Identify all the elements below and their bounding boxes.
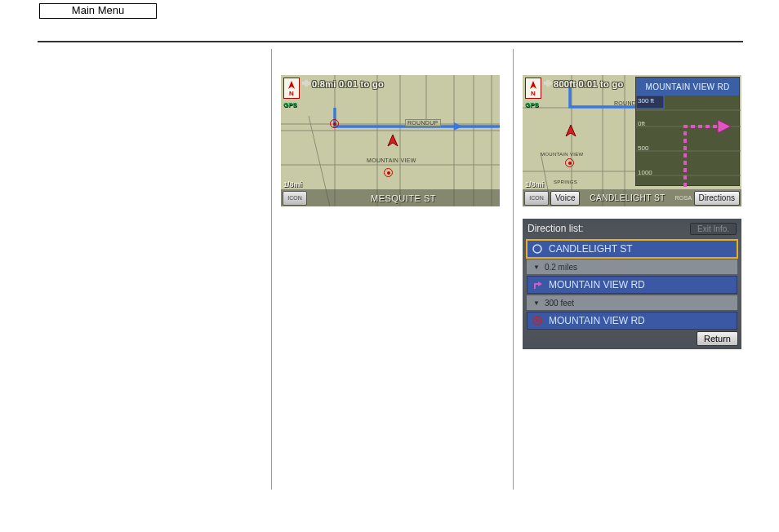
svg-marker-23 xyxy=(566,125,576,136)
direction-item-label: CANDLELIGHT ST xyxy=(549,243,632,255)
current-position-icon xyxy=(565,124,576,137)
svg-point-34 xyxy=(533,245,541,253)
svg-marker-13 xyxy=(288,81,295,89)
map-overview-panel[interactable]: ROUNDUP MOUNTAIN VIEW N GPS 0.8mi 0:01 t… xyxy=(281,75,500,206)
satellite-icon xyxy=(301,78,311,90)
turn-preview-panel: MOUNTAIN VIEW RD 300 ft 0ft 500 1000 xyxy=(635,77,740,186)
map-bottom-bar: ICON MESQUITE ST xyxy=(281,189,500,206)
directions-button[interactable]: Directions xyxy=(694,191,740,206)
direction-distance-row: ▼ 0.2 miles xyxy=(527,259,737,274)
turn-icon xyxy=(529,277,545,293)
gps-indicator: GPS xyxy=(283,101,297,109)
distance-tick: 0ft xyxy=(636,120,659,127)
distance-tick: 300 ft xyxy=(636,97,659,104)
direction-distance-label: 0.2 miles xyxy=(545,263,577,272)
distance-to-go-label: 0.8mi 0:01 to go xyxy=(312,79,384,89)
poi-marker-icon xyxy=(384,168,393,177)
waypoint-icon xyxy=(529,241,545,257)
map-scale-label: 1/8mi xyxy=(283,180,302,188)
direction-list-item[interactable]: MOUNTAIN VIEW RD xyxy=(527,276,737,294)
direction-item-label: MOUNTAIN VIEW RD xyxy=(549,315,645,326)
svg-point-37 xyxy=(536,319,539,322)
distance-tick: 500 xyxy=(636,144,659,152)
distance-tick: 1000 xyxy=(636,169,659,176)
icon-button[interactable]: ICON xyxy=(524,191,549,206)
road-label: ROUNDUP xyxy=(405,119,441,126)
compass-label: N xyxy=(531,90,536,97)
voice-button[interactable]: Voice xyxy=(550,191,580,206)
poi-marker-icon xyxy=(330,119,339,128)
gps-indicator: GPS xyxy=(525,101,539,109)
column-divider xyxy=(513,49,514,490)
direction-list-item[interactable]: MOUNTAIN VIEW RD xyxy=(527,312,737,330)
map-scale-label: 1/8mi xyxy=(525,180,544,188)
direction-list-panel: Direction list: Exit Info. CANDLELIGHT S… xyxy=(523,219,741,349)
svg-marker-33 xyxy=(718,120,731,133)
compass-icon[interactable]: N xyxy=(525,78,541,99)
map-guidance-panel[interactable]: ROUND MOUNTAIN VIEW SPRINGS N GPS 800ft … xyxy=(523,75,741,206)
svg-rect-16 xyxy=(305,80,308,86)
road-label: MOUNTAIN VIEW xyxy=(541,152,583,157)
poi-marker-icon xyxy=(565,158,574,167)
chevron-down-icon: ▼ xyxy=(533,299,540,307)
distance-to-go-label: 800ft 0:01 to go xyxy=(554,79,623,89)
direction-list-header: Direction list: Exit Info. xyxy=(523,219,741,238)
icon-button[interactable]: ICON xyxy=(283,191,307,206)
current-street-label: CANDLELIGHT ST xyxy=(580,193,674,202)
road-label: ROSA xyxy=(674,195,692,201)
direction-distance-row: ▼ 300 feet xyxy=(527,295,737,310)
road-label: ROUND xyxy=(614,100,636,106)
direction-list-title: Direction list: xyxy=(527,223,584,234)
map-bottom-bar: ICON Voice CANDLELIGHT ST ROSA Direction… xyxy=(523,189,741,206)
svg-marker-24 xyxy=(530,81,536,89)
exit-info-button: Exit Info. xyxy=(690,223,737,235)
compass-label: N xyxy=(289,90,294,97)
svg-rect-27 xyxy=(546,80,550,86)
direction-item-label: MOUNTAIN VIEW RD xyxy=(549,279,645,290)
chevron-down-icon: ▼ xyxy=(533,264,540,271)
current-street-label: MESQUITE ST xyxy=(307,193,500,203)
svg-marker-12 xyxy=(388,135,398,146)
svg-marker-35 xyxy=(538,282,542,286)
column-divider xyxy=(271,49,272,490)
road-label: MOUNTAIN VIEW xyxy=(367,157,416,163)
return-button[interactable]: Return xyxy=(697,331,738,346)
road-label: SPRINGS xyxy=(554,180,577,184)
destination-icon xyxy=(529,313,545,329)
main-menu-button[interactable]: Main Menu xyxy=(39,3,157,19)
satellite-icon xyxy=(543,78,553,90)
horizontal-rule xyxy=(38,41,743,42)
current-position-icon xyxy=(387,134,398,147)
direction-list-item[interactable]: CANDLELIGHT ST xyxy=(527,240,737,258)
direction-distance-label: 300 feet xyxy=(545,299,574,308)
turn-preview-title: MOUNTAIN VIEW RD xyxy=(636,78,739,95)
compass-icon[interactable]: N xyxy=(283,78,300,99)
